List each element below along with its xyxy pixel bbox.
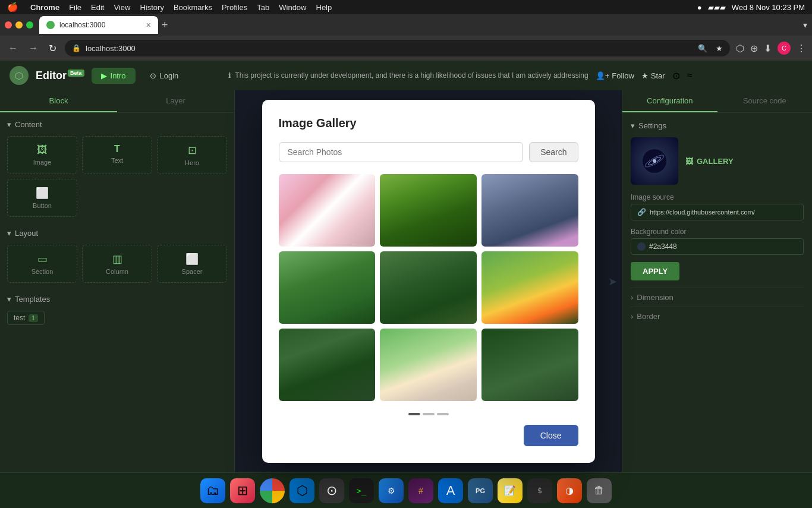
text-label: Text bbox=[87, 157, 147, 164]
menu-file[interactable]: File bbox=[69, 3, 81, 12]
dock-vscode[interactable]: ⬡ bbox=[289, 478, 314, 503]
menu-history[interactable]: History bbox=[140, 3, 163, 12]
maximize-window-button[interactable] bbox=[26, 21, 33, 29]
search-button[interactable]: Search bbox=[529, 142, 578, 162]
tab-close-button[interactable]: × bbox=[146, 20, 151, 30]
star-button[interactable]: ★ Star bbox=[641, 71, 665, 80]
mac-menubar: 🍎 Chrome File Edit View History Bookmark… bbox=[0, 0, 812, 14]
gallery-image-7[interactable] bbox=[279, 329, 376, 401]
menu-window[interactable]: Window bbox=[279, 3, 306, 12]
active-tab[interactable]: localhost:3000 × bbox=[39, 16, 158, 34]
close-modal-button[interactable]: Close bbox=[524, 425, 578, 446]
github-icon: ⊙ bbox=[150, 71, 156, 80]
dock-github[interactable]: ⊙ bbox=[319, 478, 344, 503]
menu-chrome[interactable]: Chrome bbox=[30, 3, 59, 12]
menu-bookmarks[interactable]: Bookmarks bbox=[174, 3, 212, 12]
gallery-component-label: 🖼 GALLERY bbox=[685, 157, 734, 166]
tab-extra-menu[interactable]: ▾ bbox=[803, 20, 807, 30]
tab-configuration[interactable]: Configuration bbox=[622, 90, 717, 112]
back-button[interactable]: ← bbox=[6, 40, 20, 56]
chevron-down-icon-2: ▾ bbox=[7, 229, 11, 238]
content-section-header[interactable]: ▾ Content bbox=[7, 120, 227, 129]
image-source-value[interactable]: 🔗 https://cloud.githubusercontent.com/ bbox=[631, 204, 804, 220]
layout-section-header[interactable]: ▾ Layout bbox=[7, 229, 227, 238]
gallery-image-2[interactable] bbox=[380, 174, 477, 247]
gallery-image-9[interactable] bbox=[481, 329, 578, 401]
menu-help[interactable]: Help bbox=[316, 3, 332, 12]
menu-tab[interactable]: Tab bbox=[257, 3, 269, 12]
gallery-image-6[interactable] bbox=[481, 251, 578, 324]
dock-trash[interactable]: 🗑 bbox=[587, 478, 612, 503]
block-hero[interactable]: ⊡ Hero bbox=[157, 136, 227, 174]
scroll-dot-2 bbox=[423, 413, 435, 415]
settings-header[interactable]: ▾ Settings bbox=[631, 121, 804, 130]
follow-icon: 👤+ bbox=[596, 71, 610, 80]
dock-terminal[interactable]: >_ bbox=[349, 478, 374, 503]
block-image[interactable]: 🖼 Image bbox=[7, 136, 77, 174]
gallery-image-4[interactable] bbox=[279, 251, 376, 324]
search-photos-input[interactable] bbox=[279, 142, 524, 162]
chrome-addressbar: ← → ↻ 🔒 localhost:3000 🔍 ★ ⬡ ⊕ ⬇ C ⋮ bbox=[0, 36, 812, 61]
tab-favicon bbox=[46, 21, 55, 29]
background-color-label: Background color bbox=[631, 228, 804, 236]
forward-button[interactable]: → bbox=[26, 40, 40, 56]
dock-appstore[interactable]: A bbox=[438, 478, 463, 503]
profile-icon[interactable]: ⊕ bbox=[750, 43, 758, 54]
chrome-menu-icon[interactable]: ⋮ bbox=[797, 43, 806, 54]
canvas-area[interactable]: Image Gallery Search bbox=[235, 90, 622, 472]
gallery-image-5[interactable] bbox=[380, 251, 477, 324]
dimension-row[interactable]: › Dimension bbox=[631, 288, 804, 307]
menu-view[interactable]: View bbox=[114, 3, 130, 12]
tab-source-code[interactable]: Source code bbox=[717, 90, 813, 112]
gallery-image-3[interactable] bbox=[481, 174, 578, 247]
bookmark-icon[interactable]: ★ bbox=[716, 44, 723, 53]
new-tab-button[interactable]: + bbox=[162, 19, 168, 31]
background-color-value[interactable]: #2a3448 bbox=[631, 238, 804, 255]
right-panel: Configuration Source code ▾ Settings bbox=[622, 90, 812, 472]
apply-button[interactable]: APPLY bbox=[631, 262, 679, 280]
menu-profiles[interactable]: Profiles bbox=[222, 3, 247, 12]
dock-finder[interactable]: 🗂 bbox=[200, 478, 225, 503]
block-text[interactable]: T Text bbox=[82, 136, 152, 174]
gallery-image-8[interactable] bbox=[380, 329, 477, 401]
template-item[interactable]: test 1 bbox=[7, 311, 227, 325]
intro-button[interactable]: ▶ Intro bbox=[92, 68, 136, 84]
dock-arc[interactable]: ◑ bbox=[557, 478, 582, 503]
spacer-icon: ⬜ bbox=[162, 253, 222, 266]
apple-icon[interactable]: 🍎 bbox=[7, 2, 18, 12]
templates-section-header[interactable]: ▾ Templates bbox=[7, 295, 227, 304]
dock-notes[interactable]: 📝 bbox=[498, 478, 523, 503]
chrome-profile-avatar[interactable]: C bbox=[778, 42, 791, 55]
tab-layer[interactable]: Layer bbox=[117, 90, 234, 112]
dock-slack[interactable]: # bbox=[408, 478, 433, 503]
block-button[interactable]: ⬜ Button bbox=[7, 179, 77, 217]
panel-tabs: Block Layer bbox=[0, 90, 234, 113]
address-right-icons: 🔍 ★ bbox=[698, 44, 723, 53]
button-icon: ⬜ bbox=[12, 187, 72, 200]
close-window-button[interactable] bbox=[5, 21, 12, 29]
download-icon[interactable]: ⬇ bbox=[764, 43, 772, 54]
tab-block[interactable]: Block bbox=[0, 90, 117, 112]
github-link[interactable]: ⊙ bbox=[672, 70, 680, 81]
dock-launchpad[interactable]: ⊞ bbox=[230, 478, 255, 503]
address-bar[interactable]: 🔒 localhost:3000 🔍 ★ bbox=[65, 40, 730, 56]
dock-pg[interactable]: PG bbox=[468, 478, 493, 503]
minimize-window-button[interactable] bbox=[15, 21, 23, 29]
image-gallery-modal: Image Gallery Search bbox=[262, 100, 595, 463]
chevron-down-icon-settings: ▾ bbox=[631, 121, 635, 130]
extensions-icon[interactable]: ⬡ bbox=[736, 43, 744, 54]
block-section[interactable]: ▭ Section bbox=[7, 245, 77, 283]
menu-edit[interactable]: Edit bbox=[91, 3, 104, 12]
gallery-image-1[interactable] bbox=[279, 174, 376, 247]
dock-terminal2[interactable]: $ bbox=[527, 478, 552, 503]
follow-button[interactable]: 👤+ Follow bbox=[596, 71, 634, 80]
login-button[interactable]: ⊙ Login bbox=[143, 68, 186, 84]
block-column[interactable]: ▥ Column bbox=[82, 245, 152, 283]
block-spacer[interactable]: ⬜ Spacer bbox=[157, 245, 227, 283]
refresh-button[interactable]: ↻ bbox=[46, 40, 59, 56]
search-icon[interactable]: 🔍 bbox=[698, 44, 707, 53]
border-row[interactable]: › Border bbox=[631, 307, 804, 326]
dock-chrome[interactable] bbox=[260, 478, 285, 503]
modal-overlay[interactable]: Image Gallery Search bbox=[235, 90, 622, 472]
dock-xcode[interactable]: ⚙ bbox=[379, 478, 404, 503]
